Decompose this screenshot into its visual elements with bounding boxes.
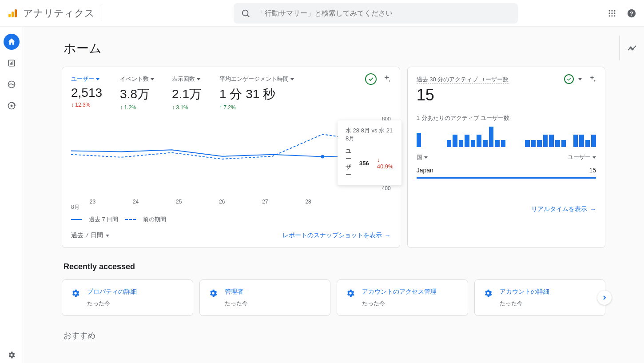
bar [537,140,542,147]
search-icon [241,8,250,18]
bar [579,135,584,147]
metric-change: ↑ 1.2% [120,104,154,111]
sidebar-reports[interactable] [4,55,20,71]
tooltip-title: 水 28 8月 vs 水 21 8月 [346,127,394,143]
metric[interactable]: 表示回数 2.1万 ↑ 3.1% [172,75,202,111]
arrow-right-icon: → [590,206,596,213]
main-content: ホーム ユーザー 2,513 ↓ 12.3%イベント数 3.8万 ↑ 1.2%表… [23,27,644,363]
chevron-down-icon [197,78,200,80]
bar [549,135,554,147]
chevron-down-icon [424,156,428,159]
view-realtime-link[interactable]: リアルタイムを表示 → [531,205,596,213]
tooltip-value: 356 [359,160,369,167]
recently-accessed-title: Recently accessed [64,262,605,271]
x-axis-labels: 232425262728 [71,199,373,205]
apps-icon[interactable] [607,8,617,19]
scroll-next-button[interactable] [597,291,612,305]
app-logo: アナリティクス [7,7,95,20]
bar [447,140,452,147]
search-input[interactable] [258,9,511,17]
bar [489,127,494,147]
divider [102,6,102,20]
bar [459,140,464,147]
app-name: アナリティクス [23,7,95,20]
insights-button[interactable] [619,36,644,60]
legend-current-label: 過去 7 日間 [89,215,118,223]
bar [495,140,500,147]
data-quality-icon[interactable] [365,73,377,85]
svg-point-9 [611,12,612,14]
recent-card[interactable]: 管理者 たった今 [199,279,331,316]
chevron-down-icon [592,156,596,159]
metric-label[interactable]: ユーザー [71,75,102,83]
help-icon[interactable]: ? [626,8,637,19]
recent-card-title: アカウントの詳細 [500,288,549,296]
svg-point-3 [242,10,248,16]
svg-rect-2 [15,9,17,17]
svg-point-11 [609,15,610,16]
recent-card-time: たった今 [87,299,137,307]
gear-icon [208,288,219,299]
country-users: 15 [589,167,596,174]
country-row: Japan 15 [417,167,596,176]
analytics-logo-icon [7,8,18,19]
users-selector[interactable]: ユーザー [568,153,596,161]
svg-rect-19 [12,61,13,65]
bar [531,140,536,147]
metric-label[interactable]: 平均エンゲージメント時間 [219,75,294,83]
bar [465,135,469,147]
svg-point-6 [611,10,612,11]
bar [555,140,560,147]
recent-card-time: たった今 [500,299,549,307]
view-snapshot-link[interactable]: レポートのスナップショットを表示 → [282,231,391,239]
ai-insights-icon[interactable] [586,73,598,85]
svg-point-24 [632,49,633,50]
sidebar-explore[interactable] [4,76,20,92]
metric-label[interactable]: イベント数 [120,75,154,83]
svg-rect-1 [12,12,14,17]
bar [483,140,488,147]
period-selector[interactable]: 過去 7 日間 [71,231,109,239]
data-quality-icon[interactable] [564,74,574,84]
ai-insights-icon[interactable] [381,73,393,85]
recently-accessed-row: プロパティの詳細 たった今 管理者 たった今 アカウントのアクセス管理 たった今… [62,279,605,316]
sidebar-advertising[interactable] [4,98,20,114]
chart-tooltip: 水 28 8月 vs 水 21 8月 ユーザー 356 ↓ 40.9% [338,120,402,185]
x-month-label: 8月 [71,203,80,211]
chevron-down-icon [96,78,99,80]
legend-prev-label: 前の期間 [143,215,166,223]
realtime-value: 15 [417,86,596,104]
metric[interactable]: 平均エンゲージメント時間 1 分 31 秒 ↑ 7.2% [219,75,294,111]
metric-change: ↑ 3.1% [172,104,202,111]
country-progress [417,177,596,179]
metrics-row: ユーザー 2,513 ↓ 12.3%イベント数 3.8万 ↑ 1.2%表示回数 … [71,75,391,111]
svg-point-5 [609,10,610,11]
metric[interactable]: ユーザー 2,513 ↓ 12.3% [71,75,102,111]
svg-point-12 [611,15,612,16]
app-header: アナリティクス ? [0,0,644,27]
sidebar-admin[interactable] [4,347,20,363]
country-selector[interactable]: 国 [417,153,428,161]
recent-card-title: プロパティの詳細 [87,288,137,296]
recent-card[interactable]: アカウントのアクセス管理 たった今 [337,279,468,316]
metric-label[interactable]: 表示回数 [172,75,202,83]
bar [417,133,421,147]
bar [501,140,506,147]
sidebar-home[interactable] [4,34,20,50]
metric[interactable]: イベント数 3.8万 ↑ 1.2% [120,75,154,111]
chart-legend: 過去 7 日間 前の期間 [71,215,391,223]
bar [471,140,476,147]
recent-card[interactable]: アカウントの詳細 たった今 [474,279,606,316]
arrow-right-icon: → [385,232,391,239]
recent-card[interactable]: プロパティの詳細 たった今 [62,279,193,316]
search-box[interactable] [234,3,518,24]
svg-point-13 [614,15,615,16]
bar [543,135,548,147]
svg-line-4 [247,15,250,17]
chevron-down-icon[interactable] [578,78,582,80]
metric-value: 2.1万 [172,86,202,103]
metric-change: ↓ 12.3% [71,102,102,108]
gear-icon [483,288,493,299]
overview-card: ユーザー 2,513 ↓ 12.3%イベント数 3.8万 ↑ 1.2%表示回数 … [62,67,400,248]
bar [573,135,578,147]
